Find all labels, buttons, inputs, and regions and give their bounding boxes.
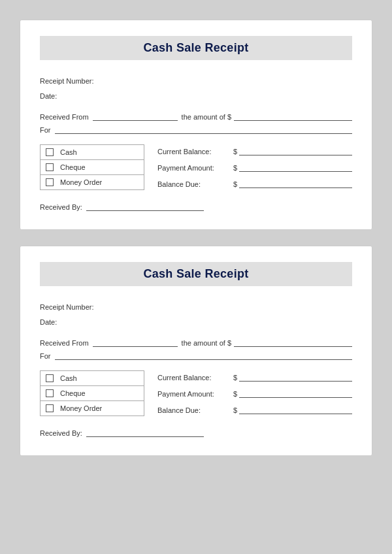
current-balance-label-1: Current Balance: — [157, 148, 229, 155]
current-balance-label-2: Current Balance: — [157, 374, 229, 382]
money-order-label-1: Money Order — [60, 178, 102, 186]
received-by-row-2: Received By: — [40, 428, 352, 437]
payment-options-1: Cash Cheque Money Order — [40, 144, 144, 190]
balance-due-line-2[interactable] — [239, 405, 352, 414]
checkbox-cheque-1[interactable] — [46, 163, 54, 171]
received-by-label-1: Received By: — [40, 203, 82, 211]
receipt-card-2: Cash Sale Receipt Receipt Number: Date: … — [20, 246, 372, 456]
current-balance-dollar-2: $ — [233, 374, 237, 382]
receipt-info-section-2: Receipt Number: Date: — [40, 301, 352, 327]
current-balance-dollar-1: $ — [233, 148, 237, 155]
balance-due-line-1[interactable] — [239, 179, 352, 188]
for-row-2: For — [40, 351, 352, 360]
checkbox-cheque-2[interactable] — [46, 389, 54, 397]
payment-amount-line-2[interactable] — [239, 389, 352, 398]
current-balance-line-2[interactable] — [239, 372, 352, 382]
for-line-1[interactable] — [55, 125, 353, 134]
received-from-row-1: Received From the amount of $ — [40, 112, 352, 121]
receipt-title-2: Cash Sale Receipt — [40, 267, 352, 281]
receipt-title-1: Cash Sale Receipt — [40, 41, 352, 55]
payment-option-cheque-2[interactable]: Cheque — [41, 386, 144, 401]
name-line-2[interactable] — [93, 338, 178, 347]
date-label-1: Date: — [40, 92, 57, 100]
amount-of-label-1: the amount of $ — [182, 113, 231, 121]
payment-amount-label-1: Payment Amount: — [157, 164, 229, 172]
payment-amount-row-2: Payment Amount: $ — [157, 389, 352, 398]
checkbox-cash-2[interactable] — [46, 374, 54, 382]
current-balance-line-1[interactable] — [239, 146, 352, 155]
checkbox-money-order-1[interactable] — [46, 178, 54, 186]
current-balance-row-1: Current Balance: $ — [157, 146, 352, 155]
sign-line-1[interactable] — [86, 202, 204, 211]
payment-options-2: Cash Cheque Money Order — [40, 370, 144, 416]
payment-amount-label-2: Payment Amount: — [157, 390, 229, 398]
balance-section-1: Current Balance: $ Payment Amount: $ Bal… — [157, 144, 352, 190]
for-line-2[interactable] — [55, 351, 353, 360]
receipt-number-label-2: Receipt Number: — [40, 303, 94, 311]
received-by-label-2: Received By: — [40, 429, 82, 437]
receipt-info-section-1: Receipt Number: Date: — [40, 74, 352, 101]
payment-option-cash-1[interactable]: Cash — [41, 145, 144, 160]
name-line-1[interactable] — [93, 112, 178, 121]
middle-section-1: Cash Cheque Money Order Current Balance:… — [40, 144, 352, 190]
payment-amount-line-1[interactable] — [239, 163, 352, 172]
payment-amount-row-1: Payment Amount: $ — [157, 163, 352, 172]
current-balance-row-2: Current Balance: $ — [157, 372, 352, 382]
payment-option-money-order-2[interactable]: Money Order — [41, 401, 144, 416]
date-label-2: Date: — [40, 318, 57, 326]
balance-due-label-1: Balance Due: — [157, 180, 229, 188]
cash-label-1: Cash — [60, 148, 77, 156]
middle-section-2: Cash Cheque Money Order Current Balance:… — [40, 370, 352, 416]
balance-due-row-2: Balance Due: $ — [157, 405, 352, 414]
cheque-label-1: Cheque — [60, 163, 86, 171]
balance-due-dollar-1: $ — [233, 180, 237, 188]
received-by-row-1: Received By: — [40, 202, 352, 211]
receipt-number-label-1: Receipt Number: — [40, 77, 94, 85]
amount-of-label-2: the amount of $ — [182, 339, 231, 347]
payment-option-cash-2[interactable]: Cash — [41, 371, 144, 386]
balance-due-label-2: Balance Due: — [157, 406, 229, 414]
cash-label-2: Cash — [60, 374, 77, 382]
cheque-label-2: Cheque — [60, 389, 86, 397]
for-label-1: For — [40, 126, 51, 134]
for-label-2: For — [40, 352, 51, 360]
received-from-row-2: Received From the amount of $ — [40, 338, 352, 347]
payment-amount-dollar-1: $ — [233, 164, 237, 172]
amount-line-2[interactable] — [234, 338, 352, 347]
receipt-card-1: Cash Sale Receipt Receipt Number: Date: … — [20, 20, 372, 230]
balance-section-2: Current Balance: $ Payment Amount: $ Bal… — [157, 370, 352, 416]
checkbox-cash-1[interactable] — [46, 148, 54, 156]
checkbox-money-order-2[interactable] — [46, 404, 54, 412]
amount-line-1[interactable] — [234, 112, 352, 121]
receipt-title-bar-2: Cash Sale Receipt — [40, 262, 352, 286]
received-from-label-1: Received From — [40, 113, 89, 121]
for-row-1: For — [40, 125, 352, 134]
receipt-title-bar-1: Cash Sale Receipt — [40, 36, 352, 60]
sign-line-2[interactable] — [86, 428, 204, 437]
money-order-label-2: Money Order — [60, 404, 102, 412]
balance-due-row-1: Balance Due: $ — [157, 179, 352, 188]
payment-amount-dollar-2: $ — [233, 390, 237, 398]
payment-option-cheque-1[interactable]: Cheque — [41, 160, 144, 175]
balance-due-dollar-2: $ — [233, 406, 237, 414]
received-from-label-2: Received From — [40, 339, 89, 347]
payment-option-money-order-1[interactable]: Money Order — [41, 175, 144, 189]
